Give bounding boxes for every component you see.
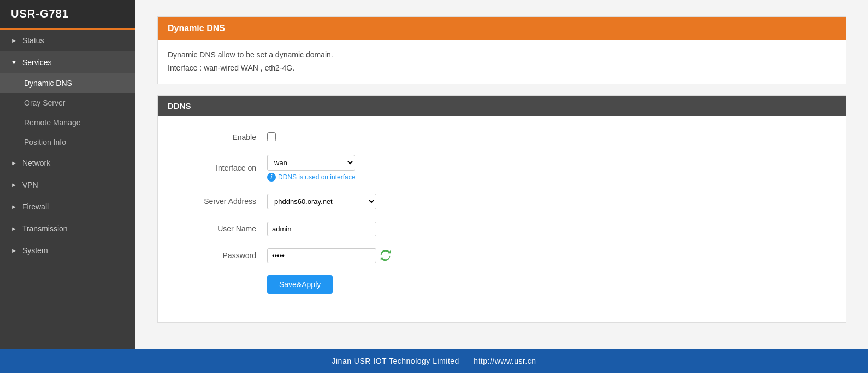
chevron-down-icon: ▼ [11, 59, 17, 66]
sidebar-item-system-label: System [22, 246, 48, 255]
footer-company: Jinan USR IOT Technology Limited [332, 357, 459, 365]
sidebar-sub-item-oray-server-label: Oray Server [24, 98, 65, 107]
chevron-right-icon-network: ► [11, 160, 17, 166]
enable-label: Enable [180, 133, 267, 142]
dynamic-dns-card: Dynamic DNS Dynamic DNS allow to be set … [157, 16, 846, 84]
interface-on-control: wan eth2-4G i DDNS is used on interface [267, 155, 355, 182]
username-input[interactable] [267, 222, 376, 236]
sidebar-item-services-label: Services [22, 58, 52, 67]
server-address-control: phddns60.oray.net 3322.org no-ip.com [267, 194, 376, 209]
ddns-section-body: Enable Interface on wan eth2-4G [158, 116, 846, 322]
interface-on-row: Interface on wan eth2-4G i DDNS is used … [180, 155, 824, 182]
sidebar-item-vpn[interactable]: ► VPN [0, 174, 135, 196]
sidebar-item-network-label: Network [22, 159, 50, 167]
footer: Jinan USR IOT Technology Limited http://… [0, 349, 868, 373]
sidebar-sub-item-oray-server[interactable]: Oray Server [0, 93, 135, 113]
sidebar-sub-item-remote-manage-label: Remote Manage [24, 118, 81, 127]
password-row: Password [180, 248, 824, 263]
username-row: User Name [180, 222, 824, 236]
chevron-right-icon-firewall: ► [11, 203, 17, 210]
password-input[interactable] [267, 248, 376, 263]
app-logo: USR-G781 [0, 0, 135, 30]
enable-checkbox[interactable] [267, 132, 276, 141]
username-label: User Name [180, 224, 267, 233]
interface-on-select[interactable]: wan eth2-4G [267, 155, 355, 171]
enable-control [267, 132, 276, 143]
chevron-right-icon-transmission: ► [11, 225, 17, 232]
ddns-section: DDNS Enable Interface on [157, 95, 846, 323]
interface-on-hint-text: DDNS is used on interface [278, 173, 355, 181]
info-icon: i [267, 173, 276, 182]
refresh-icon[interactable] [380, 249, 392, 261]
chevron-right-icon: ► [11, 37, 17, 44]
chevron-right-icon-system: ► [11, 247, 17, 254]
sidebar: USR-G781 ► Status ▼ Services Dynamic DNS… [0, 0, 135, 349]
save-apply-button[interactable]: Save&Apply [267, 275, 333, 294]
interface-on-hint: i DDNS is used on interface [267, 173, 355, 182]
sidebar-item-vpn-label: VPN [22, 180, 38, 189]
dynamic-dns-card-body: Dynamic DNS allow to be set a dynamic do… [158, 40, 846, 84]
sidebar-item-firewall-label: Firewall [22, 202, 49, 211]
password-label: Password [180, 251, 267, 260]
save-row: Save&Apply [180, 275, 824, 294]
password-control [267, 248, 392, 263]
sidebar-sub-item-remote-manage[interactable]: Remote Manage [0, 113, 135, 132]
enable-row: Enable [180, 132, 824, 143]
sidebar-sub-item-dynamic-dns-label: Dynamic DNS [24, 79, 72, 88]
interface-on-label: Interface on [180, 164, 267, 172]
sidebar-item-status[interactable]: ► Status [0, 30, 135, 51]
server-address-row: Server Address phddns60.oray.net 3322.or… [180, 194, 824, 209]
main-layout: USR-G781 ► Status ▼ Services Dynamic DNS… [0, 0, 868, 349]
sidebar-item-transmission-label: Transmission [22, 224, 68, 233]
sidebar-item-network[interactable]: ► Network [0, 152, 135, 174]
sidebar-item-firewall[interactable]: ► Firewall [0, 196, 135, 218]
sidebar-item-transmission[interactable]: ► Transmission [0, 218, 135, 240]
dns-description-line2: Interface : wan-wired WAN , eth2-4G. [168, 62, 836, 75]
footer-url: http://www.usr.cn [474, 357, 536, 365]
chevron-right-icon-vpn: ► [11, 182, 17, 188]
sidebar-sub-item-position-info[interactable]: Position Info [0, 132, 135, 152]
sidebar-item-status-label: Status [22, 36, 44, 45]
dns-description-line1: Dynamic DNS allow to be set a dynamic do… [168, 49, 836, 62]
sidebar-sub-item-dynamic-dns[interactable]: Dynamic DNS [0, 73, 135, 93]
server-address-label: Server Address [180, 197, 267, 206]
app-wrapper: USR-G781 ► Status ▼ Services Dynamic DNS… [0, 0, 868, 373]
sidebar-sub-item-position-info-label: Position Info [24, 138, 66, 147]
sidebar-item-system[interactable]: ► System [0, 240, 135, 261]
ddns-section-header: DDNS [158, 96, 846, 116]
server-address-select[interactable]: phddns60.oray.net 3322.org no-ip.com [267, 194, 376, 209]
dynamic-dns-card-header: Dynamic DNS [158, 17, 846, 40]
username-control [267, 222, 376, 236]
main-content: Dynamic DNS Dynamic DNS allow to be set … [135, 0, 868, 349]
sidebar-item-services[interactable]: ▼ Services [0, 51, 135, 73]
